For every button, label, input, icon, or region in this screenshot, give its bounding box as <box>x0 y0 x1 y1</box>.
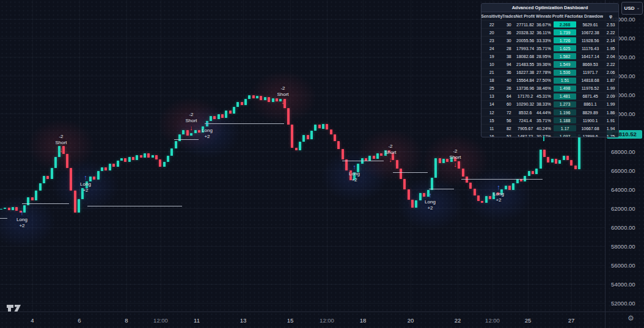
table-cell: 1.99 <box>603 85 618 92</box>
long-signal: ↑Long+2 <box>425 192 436 211</box>
table-cell: 18 <box>481 77 502 84</box>
dashboard-rows: 223027711.8236.67%2.2685629.612.53203620… <box>481 21 618 137</box>
table-cell: 14 <box>481 101 502 108</box>
signal-badge: +2 <box>16 223 27 229</box>
candle-body <box>376 153 379 159</box>
candle-body <box>104 167 107 170</box>
price-tick-label: 58000.00 <box>611 243 635 250</box>
table-cell: 60 <box>502 101 516 108</box>
candle-body <box>190 133 192 136</box>
table-cell: 36 <box>502 29 516 36</box>
table-cell: 2.53 <box>603 21 618 28</box>
tradingview-chart-window: ↑Long+2-2Short↓↑Long+2-2Short↓↑Long+2-2S… <box>0 0 644 328</box>
long-signal: ↑Long+2 <box>493 184 504 203</box>
candle-body <box>532 171 534 174</box>
table-cell: 1.75 <box>603 133 618 137</box>
dashboard-column-header: Net Profit <box>516 12 535 20</box>
table-cell: 11900.1 <box>577 117 604 124</box>
candle-body <box>442 159 445 163</box>
time-scale[interactable]: 46812:0011131512:0018202212:002527 <box>0 312 644 328</box>
short-arrow-icon: ↓ <box>277 98 288 106</box>
v-gridline <box>32 0 33 312</box>
short-arrow-icon: ↓ <box>449 161 461 169</box>
table-cell: 1.739 <box>554 29 576 35</box>
table-cell: 72 <box>502 109 516 116</box>
candle-body <box>295 148 298 151</box>
currency-selector-button[interactable]: USD ⌄ <box>621 2 643 15</box>
table-cell: 8532.6 <box>516 109 535 116</box>
table-row: 109421483.5539.36%1.5498669.532.22 <box>481 60 618 68</box>
candle-body <box>373 156 375 159</box>
short-arrow-icon: ↓ <box>185 125 197 132</box>
candle-body <box>97 171 100 180</box>
table-cell: 28 <box>502 45 516 52</box>
candle-body <box>132 157 134 160</box>
time-tick-label: 15 <box>287 317 294 324</box>
candle-body <box>70 168 72 191</box>
table-cell: 30 <box>502 37 516 44</box>
candle-body <box>101 167 103 171</box>
candle-body <box>512 183 514 190</box>
table-cell: 15 <box>481 117 502 124</box>
trade-level-line <box>461 179 543 180</box>
table-cell: 1.95 <box>603 45 618 52</box>
dashboard-column-header: Max Drawdown <box>577 12 604 20</box>
trade-level-line <box>174 139 199 140</box>
table-row: 233020055.5633.33%1.72611928.562.14 <box>481 37 618 45</box>
table-cell: 6871.45 <box>577 93 604 100</box>
dashboard-column-header: φ <box>603 12 618 20</box>
signal-word: Long <box>202 128 213 134</box>
candle-body <box>272 98 274 102</box>
table-cell: 25 <box>481 85 502 92</box>
candle-body <box>8 208 10 210</box>
v-gridline <box>290 0 291 312</box>
table-cell: 10667.68 <box>577 125 604 132</box>
candle-body <box>136 155 138 160</box>
table-row: 12728532.644.44%1.1968829.891.86 <box>481 109 618 117</box>
candle-body <box>574 166 577 169</box>
table-cell: 10672.38 <box>577 29 604 36</box>
time-tick-label: 12:00 <box>153 317 168 324</box>
table-cell: 36.11% <box>535 29 552 36</box>
candle-body <box>408 189 410 200</box>
candle-body <box>120 158 123 161</box>
price-tick-label: 60000.00 <box>611 224 635 231</box>
gear-icon[interactable]: ⚙ <box>628 314 634 323</box>
candle-body <box>31 197 34 200</box>
candle-body <box>566 156 569 159</box>
h-gridline <box>0 170 605 171</box>
candle-body <box>213 116 216 119</box>
table-row: 223027711.8236.67%2.2685629.612.53 <box>481 21 618 29</box>
table-cell: 8829.89 <box>577 109 604 116</box>
table-cell: 1.87 <box>603 77 618 84</box>
candle-body <box>218 114 220 119</box>
table-cell: 26 <box>502 85 516 92</box>
table-cell: 38 <box>502 53 516 60</box>
candle-body <box>78 199 80 213</box>
trade-level-line <box>429 189 454 189</box>
dashboard-column-header: Trades <box>502 12 516 20</box>
candle-body <box>434 158 437 178</box>
candle-body <box>302 135 305 142</box>
price-tick-label: 54000.00 <box>611 281 635 288</box>
candle-body <box>112 164 115 167</box>
candle-body <box>268 97 270 102</box>
long-signal: ↑Long+2 <box>349 164 360 183</box>
candle-body <box>159 159 161 167</box>
table-cell: 1.196 <box>554 109 576 115</box>
candle-body <box>380 153 382 156</box>
candle-body <box>225 111 227 118</box>
v-gridline <box>79 0 80 312</box>
short-arrow-icon: ↓ <box>55 147 67 154</box>
candle-body <box>46 176 49 179</box>
chevron-down-icon: ⌄ <box>637 5 640 10</box>
candle-body <box>163 162 166 167</box>
dashboard-resize-notch[interactable] <box>543 136 544 141</box>
candle-body <box>198 130 200 133</box>
table-cell: 8861.1 <box>577 101 604 108</box>
optimization-dashboard-panel: Advanced Optimization Dashboard Sensitiv… <box>481 3 619 137</box>
price-tick-label: 62000.00 <box>611 205 635 212</box>
trade-level-line <box>205 123 284 124</box>
table-cell: 20055.56 <box>516 37 535 44</box>
v-gridline <box>327 0 327 312</box>
